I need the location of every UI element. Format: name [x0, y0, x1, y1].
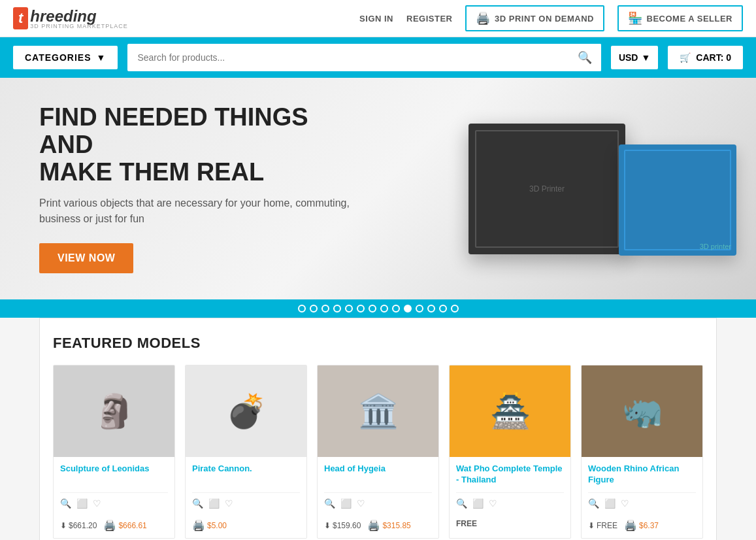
logo-subtitle: 3D PRINTING MARKETPLACE — [30, 23, 128, 29]
hero-banner: FIND NEEDED THINGS AND MAKE THEM REAL Pr… — [0, 78, 756, 299]
print-icon: 🖨️ — [367, 519, 380, 532]
hero-images: 3D Printer 3D printer — [364, 78, 756, 299]
download-icon: ⬇ — [324, 521, 331, 530]
zoom-icon[interactable]: 🔍 — [324, 498, 335, 509]
product-name[interactable]: Wooden Rhino African Figure — [588, 464, 696, 487]
dark-printer-image: 3D Printer — [468, 124, 625, 254]
zoom-icon[interactable]: 🔍 — [588, 498, 599, 509]
search-icon: 🔍 — [578, 51, 592, 64]
sign-in-link[interactable]: SIGN IN — [359, 14, 393, 24]
wishlist-icon[interactable]: ♡ — [225, 498, 233, 509]
product-name[interactable]: Wat Pho Complete Temple - Thailand — [456, 464, 564, 487]
price-free: FREE — [456, 519, 477, 528]
wishlist-icon[interactable]: ♡ — [489, 498, 497, 509]
product-image: 🗿 — [54, 365, 174, 457]
chevron-down-icon: ▼ — [97, 52, 107, 63]
product-card: 💣 Pirate Cannon. 🔍 ⬜ ♡ 🖨️ $5.00 — [185, 365, 307, 539]
products-grid: 🗿 Sculpture of Leonidas 🔍 ⬜ ♡ ⬇ $661.20 … — [53, 365, 703, 539]
product-actions: 🔍 ⬜ ♡ — [588, 492, 696, 514]
carousel-dot-9[interactable] — [404, 305, 412, 312]
logo[interactable]: t hreeding 3D PRINTING MARKETPLACE — [13, 7, 128, 29]
printer-icon: 🖨️ — [476, 11, 491, 25]
categories-button[interactable]: CATEGORIES ▼ — [13, 46, 118, 69]
carousel-dot-6[interactable] — [369, 305, 376, 312]
currency-selector[interactable]: USD ▼ — [611, 46, 658, 69]
logo-text: hreeding — [30, 7, 96, 25]
featured-title: FEATURED MODELS — [53, 335, 703, 352]
product-info: Sculpture of Leonidas 🔍 ⬜ ♡ ⬇ $661.20 🖨️… — [54, 457, 174, 538]
register-link[interactable]: REGISTER — [406, 14, 452, 24]
view-icon[interactable]: ⬜ — [340, 498, 352, 509]
carousel-dot-4[interactable] — [345, 305, 353, 312]
product-image: 🏯 — [450, 365, 570, 457]
seller-icon: 🏪 — [628, 11, 643, 25]
print-icon: 🖨️ — [624, 519, 637, 532]
view-now-button[interactable]: VIEW NOW — [39, 243, 133, 273]
product-actions: 🔍 ⬜ ♡ — [456, 492, 564, 514]
product-actions: 🔍 ⬜ ♡ — [60, 492, 168, 514]
site-header: t hreeding 3D PRINTING MARKETPLACE SIGN … — [0, 0, 756, 37]
cart-icon: 🛒 — [680, 52, 691, 63]
product-prices: ⬇ $661.20 🖨️ $666.61 — [60, 519, 168, 532]
search-bar: 🔍 — [127, 44, 601, 71]
price-print: 🖨️ $5.00 — [192, 519, 227, 532]
price-print: 🖨️ $315.85 — [367, 519, 410, 532]
carousel-dot-7[interactable] — [380, 305, 388, 312]
zoom-icon[interactable]: 🔍 — [456, 498, 467, 509]
print-icon: 🖨️ — [192, 519, 205, 532]
price-download: ⬇ $661.20 — [60, 521, 97, 530]
main-navbar: CATEGORIES ▼ 🔍 USD ▼ 🛒 CART: 0 — [0, 37, 756, 78]
cart-button[interactable]: 🛒 CART: 0 — [668, 46, 743, 69]
carousel-dot-5[interactable] — [357, 305, 365, 312]
product-image: 💣 — [186, 365, 306, 457]
product-name[interactable]: Head of Hygeia — [324, 464, 432, 487]
carousel-dot-10[interactable] — [416, 305, 423, 312]
become-seller-btn[interactable]: 🏪 BECOME A SELLER — [617, 5, 743, 31]
price-print: 🖨️ $666.61 — [103, 519, 146, 532]
wishlist-icon[interactable]: ♡ — [93, 498, 101, 509]
carousel-dot-12[interactable] — [439, 305, 447, 312]
product-actions: 🔍 ⬜ ♡ — [192, 492, 300, 514]
product-image: 🏛️ — [318, 365, 438, 457]
carousel-dots — [0, 299, 756, 318]
print-on-demand-btn[interactable]: 🖨️ 3D PRINT ON DEMAND — [465, 5, 604, 31]
price-download: ⬇ $159.60 — [324, 521, 361, 530]
product-info: Head of Hygeia 🔍 ⬜ ♡ ⬇ $159.60 🖨️ $315.8… — [318, 457, 438, 538]
download-icon: ⬇ — [60, 521, 67, 530]
download-icon: ⬇ — [588, 521, 595, 530]
view-icon[interactable]: ⬜ — [208, 498, 220, 509]
featured-models-section: FEATURED MODELS 🗿 Sculpture of Leonidas … — [39, 318, 717, 540]
product-name[interactable]: Pirate Cannon. — [192, 464, 300, 487]
blue-printer-image: 3D printer — [619, 144, 736, 256]
product-prices: 🖨️ $5.00 — [192, 519, 300, 532]
logo-icon: t — [13, 7, 28, 29]
carousel-dot-13[interactable] — [451, 305, 459, 312]
chevron-down-icon: ▼ — [641, 52, 650, 63]
carousel-dot-2[interactable] — [321, 305, 329, 312]
product-card: 🏯 Wat Pho Complete Temple - Thailand 🔍 ⬜… — [449, 365, 571, 539]
carousel-dot-0[interactable] — [298, 305, 306, 312]
search-input[interactable] — [127, 46, 568, 69]
carousel-dot-11[interactable] — [427, 305, 435, 312]
product-image: 🦏 — [582, 365, 702, 457]
product-prices: ⬇ $159.60 🖨️ $315.85 — [324, 519, 432, 532]
price-print: 🖨️ $6.37 — [624, 519, 659, 532]
print-icon: 🖨️ — [103, 519, 116, 532]
product-prices: FREE — [456, 519, 564, 528]
search-button[interactable]: 🔍 — [568, 44, 601, 71]
product-name[interactable]: Sculpture of Leonidas — [60, 464, 168, 487]
view-icon[interactable]: ⬜ — [76, 498, 88, 509]
view-icon[interactable]: ⬜ — [604, 498, 616, 509]
carousel-dot-3[interactable] — [333, 305, 341, 312]
hero-subtext: Print various objects that are necessary… — [39, 195, 366, 227]
wishlist-icon[interactable]: ♡ — [621, 498, 629, 509]
zoom-icon[interactable]: 🔍 — [192, 498, 203, 509]
zoom-icon[interactable]: 🔍 — [60, 498, 71, 509]
carousel-dot-1[interactable] — [310, 305, 318, 312]
carousel-dot-8[interactable] — [392, 305, 400, 312]
product-info: Wat Pho Complete Temple - Thailand 🔍 ⬜ ♡… — [450, 457, 570, 535]
product-info: Pirate Cannon. 🔍 ⬜ ♡ 🖨️ $5.00 — [186, 457, 306, 538]
view-icon[interactable]: ⬜ — [472, 498, 484, 509]
product-card: 🏛️ Head of Hygeia 🔍 ⬜ ♡ ⬇ $159.60 🖨️ $31… — [317, 365, 439, 539]
wishlist-icon[interactable]: ♡ — [357, 498, 365, 509]
